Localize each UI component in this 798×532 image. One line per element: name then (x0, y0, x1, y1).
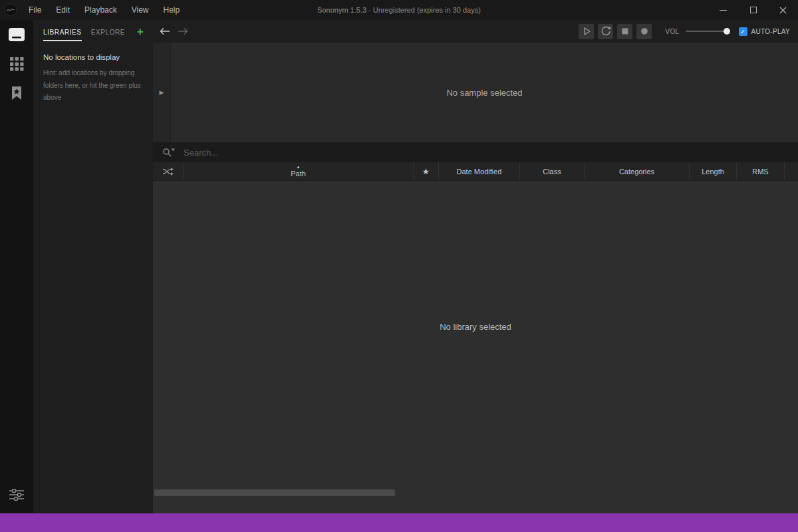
volume-slider[interactable] (686, 31, 727, 32)
column-header-spacer (785, 162, 798, 180)
main-area: VOL ✓ AUTO-PLAY ▶ No sample selected (153, 20, 798, 513)
volume-control: VOL (665, 28, 726, 35)
autoplay-control: ✓ AUTO-PLAY (739, 27, 790, 36)
search-icon[interactable] (162, 147, 176, 158)
filters-icon (9, 489, 24, 501)
column-label-path: Path (291, 170, 306, 178)
autoplay-label: AUTO-PLAY (751, 28, 790, 35)
grid-icon (10, 57, 24, 71)
back-arrow-icon (160, 27, 170, 35)
column-header-favorite[interactable]: ★ (414, 162, 439, 180)
column-header-length[interactable]: Length (690, 162, 737, 180)
app-window: File Edit Playback View Help Sononym 1.5… (0, 0, 798, 532)
maximize-icon (750, 7, 757, 13)
minimize-icon (720, 10, 727, 11)
locations-panel: LIBRARIES EXPLORE + No locations to disp… (33, 20, 153, 513)
column-header-class[interactable]: Class (520, 162, 585, 180)
volume-label: VOL (665, 28, 679, 35)
locations-empty-title: No locations to display (43, 53, 143, 61)
search-input[interactable] (184, 148, 516, 158)
record-icon (637, 24, 652, 39)
sort-ascending-icon: ▲ (297, 165, 301, 169)
main-toolbar: VOL ✓ AUTO-PLAY (153, 20, 798, 43)
menu-playback[interactable]: Playback (77, 0, 124, 20)
column-header-rms[interactable]: RMS (737, 162, 785, 180)
play-icon (579, 24, 594, 39)
column-header-categories[interactable]: Categories (585, 162, 690, 180)
loop-icon (598, 24, 613, 39)
status-bar (0, 513, 798, 532)
stop-button[interactable] (617, 24, 632, 39)
icon-rail (0, 20, 33, 513)
locations-empty-state: No locations to display Hint: add locati… (33, 43, 153, 104)
locations-empty-hint: Hint: add locations by dropping folders … (43, 67, 143, 104)
filters-button[interactable] (0, 480, 33, 509)
back-button[interactable] (159, 25, 171, 37)
close-icon (779, 7, 787, 14)
horizontal-scrollbar[interactable] (154, 489, 395, 496)
menu-view[interactable]: View (124, 0, 156, 20)
library-view-button[interactable] (0, 20, 33, 49)
sample-empty-text: No sample selected (171, 43, 798, 142)
shuffle-icon (162, 167, 174, 176)
tab-libraries[interactable]: LIBRARIES (43, 22, 82, 41)
loop-button[interactable] (598, 24, 613, 39)
toolbar-right: VOL ✓ AUTO-PLAY (575, 24, 790, 39)
menubar: File Edit Playback View Help (21, 0, 187, 20)
play-button[interactable] (579, 24, 594, 39)
expand-panel-button[interactable]: ▶ (153, 43, 171, 142)
shuffle-button[interactable] (153, 162, 184, 180)
maximize-button[interactable] (738, 0, 768, 20)
browser-empty-text: No library selected (440, 322, 511, 332)
column-header-path[interactable]: ▲ Path (184, 162, 414, 180)
menu-edit[interactable]: Edit (49, 0, 77, 20)
sample-view: ▶ No sample selected (153, 43, 798, 142)
nav-arrows (159, 25, 189, 37)
bookmark-icon (11, 86, 23, 100)
window-controls (708, 0, 798, 20)
app-logo-icon (4, 3, 17, 17)
menu-file[interactable]: File (21, 0, 49, 20)
panel-tabs: LIBRARIES EXPLORE + (33, 20, 153, 43)
grid-view-button[interactable] (0, 49, 33, 78)
tab-explore[interactable]: EXPLORE (91, 22, 125, 41)
minimize-button[interactable] (708, 0, 738, 20)
autoplay-checkbox[interactable]: ✓ (739, 27, 747, 36)
titlebar: File Edit Playback View Help Sononym 1.5… (0, 0, 798, 20)
library-icon (8, 27, 25, 43)
search-bar (153, 142, 798, 162)
expand-arrow-icon: ▶ (160, 89, 164, 96)
close-button[interactable] (768, 0, 798, 20)
column-header-date-modified[interactable]: Date Modified (439, 162, 520, 180)
forward-arrow-icon (178, 27, 188, 35)
menu-help[interactable]: Help (156, 0, 188, 20)
volume-knob[interactable] (724, 28, 730, 35)
record-button[interactable] (636, 24, 652, 39)
stop-icon (618, 24, 632, 39)
bookmarks-view-button[interactable] (0, 78, 33, 108)
table-header: ▲ Path ★ Date Modified Class Categories … (153, 162, 798, 181)
forward-button[interactable] (177, 25, 189, 37)
add-location-button[interactable]: + (137, 26, 144, 37)
file-browser: No library selected (153, 181, 798, 513)
